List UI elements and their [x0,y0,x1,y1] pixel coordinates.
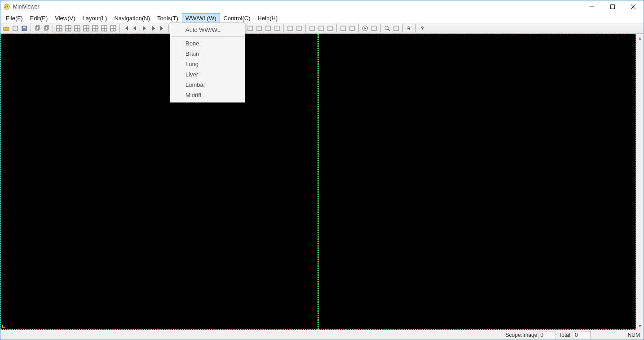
paste-button[interactable] [42,24,50,32]
copy-button[interactable] [33,24,41,32]
svg-rect-9 [23,27,26,28]
layout-4x4-icon [110,25,116,31]
menu-item-ww/wl[interactable]: WW/WL(W) [182,13,220,23]
svg-point-0 [4,4,9,9]
search-icon [384,25,390,31]
titlebar: MiniViewer [0,0,644,13]
layout-2x3-icon [92,25,98,31]
print-button[interactable] [348,24,356,32]
image-pane-right[interactable] [318,34,636,330]
svg-line-56 [388,29,390,31]
layout-1x2-button[interactable] [64,24,72,32]
layout-2x2-icon [83,25,89,31]
layout-2x1-button[interactable] [73,24,81,32]
close-icon [631,4,635,9]
scroll-down-button[interactable]: ▼ [636,322,644,330]
dropdown-item-lung[interactable]: Lung [170,59,245,69]
reset-icon: R [406,25,412,31]
info-button[interactable] [295,24,303,32]
reset-button[interactable]: R [405,24,413,32]
nav-first-icon [123,25,129,31]
minimize-button[interactable] [582,0,602,13]
nav-first-button[interactable] [122,24,130,32]
search-button[interactable] [383,24,391,32]
image-pane-left[interactable] [0,34,318,330]
area-button[interactable] [326,24,334,32]
nav-last-button[interactable] [158,24,166,32]
nav-prev-button[interactable] [131,24,139,32]
toolbar-separator [358,24,359,32]
toolbar-separator [119,24,120,32]
pane-corner-marker-icon [2,325,5,328]
nav-play-button[interactable] [140,24,148,32]
angle-button[interactable] [264,24,272,32]
toolbar: R? [0,23,644,34]
svg-rect-4 [611,5,615,9]
scroll-up-button[interactable]: ▲ [636,34,644,42]
copy-icon [34,25,40,31]
annotate-button[interactable] [246,24,254,32]
dropdown-item-bone[interactable]: Bone [170,38,245,49]
dropdown-item-lumbar[interactable]: Lumbar [170,80,245,90]
toolbar-separator [380,24,381,32]
tag-button[interactable] [286,24,294,32]
protractor-button[interactable] [317,24,325,32]
open-folder-icon [3,25,9,31]
settings-button[interactable] [370,24,378,32]
library-button[interactable] [392,24,400,32]
protractor-icon [318,25,324,31]
status-num-indicator: NUM [592,331,642,339]
toolbar-separator [283,24,284,32]
tag-icon [287,25,293,31]
maximize-button[interactable] [602,0,623,13]
layout-2x3-button[interactable] [91,24,99,32]
export-button[interactable] [339,24,347,32]
play-circle-button[interactable] [361,24,369,32]
layout-2x2-button[interactable] [82,24,90,32]
svg-rect-52 [350,26,354,31]
menu-item-view[interactable]: View(V) [51,13,79,23]
wwwl-dropdown-menu: Auto WW/WLBoneBrainLungLiverLumbarMidrif… [170,22,245,103]
svg-rect-10 [35,27,39,30]
status-total-label: Total: [558,332,573,338]
layout-3x3-button[interactable] [100,24,108,32]
nav-next-button[interactable] [149,24,157,32]
svg-rect-57 [394,26,398,31]
nav-next-icon [150,25,156,31]
svg-rect-51 [341,26,345,31]
save-button[interactable] [20,24,28,32]
menu-item-file[interactable]: File(F) [2,13,26,23]
open-folder-button[interactable] [2,24,10,32]
menubar: File(F)Edit(E)View(V)Layout(L)Navigation… [0,13,644,23]
viewer-area: ▲ ▼ [0,34,644,330]
ruler-icon [309,25,315,31]
help-button[interactable]: ? [418,24,426,32]
close-button[interactable] [623,0,644,13]
menu-item-navigation[interactable]: Navigation(N) [110,13,153,23]
dropdown-item-liver[interactable]: Liver [170,69,245,80]
menu-item-tools[interactable]: Tools(T) [154,13,182,23]
nav-play-icon [141,25,147,31]
ruler-button[interactable] [308,24,316,32]
layout-4x4-button[interactable] [109,24,117,32]
dropdown-item-midriff[interactable]: Midriff [170,90,245,100]
menu-item-help[interactable]: Help(H) [254,13,281,23]
toolbar-separator [31,24,31,32]
app-title: MiniViewer [13,4,39,10]
menu-item-control[interactable]: Control(C) [220,13,254,23]
nav-last-icon [159,25,165,31]
play-circle-icon [362,25,368,31]
scroll-track[interactable] [636,42,644,322]
info-icon [296,25,302,31]
open-file-button[interactable] [11,24,19,32]
dropdown-item-auto-ww-wl[interactable]: Auto WW/WL [170,25,245,35]
dropdown-item-brain[interactable]: Brain [170,49,245,59]
layout-3x3-icon [101,25,107,31]
roi-button[interactable] [273,24,281,32]
measure-button[interactable] [255,24,263,32]
menu-item-layout[interactable]: Layout(L) [79,13,111,23]
layout-1x1-button[interactable] [55,24,63,32]
vertical-scrollbar[interactable]: ▲ ▼ [636,34,644,330]
toolbar-separator [415,24,416,32]
menu-item-edit[interactable]: Edit(E) [26,13,52,23]
